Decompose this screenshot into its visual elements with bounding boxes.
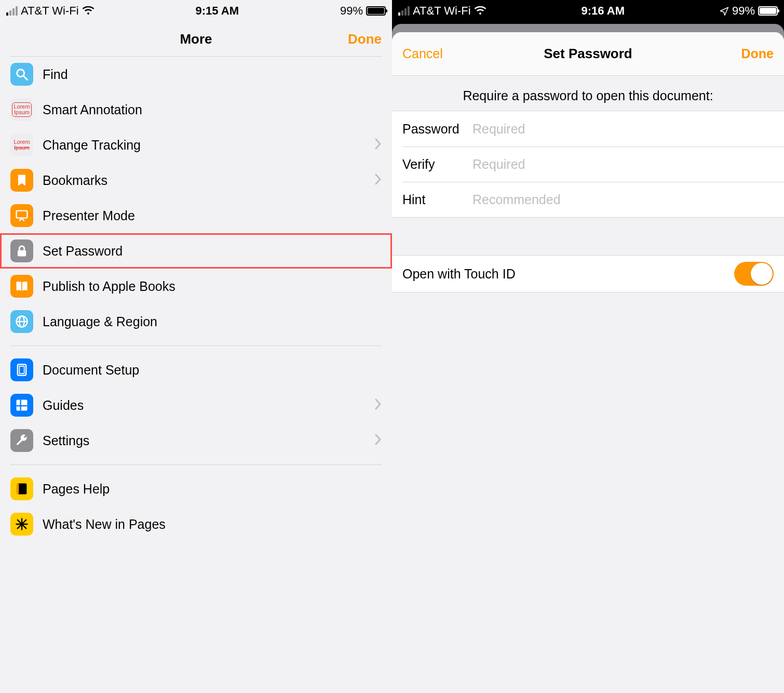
carrier-label: AT&T Wi-Fi — [21, 4, 79, 18]
menu-item-label: Change Tracking — [43, 138, 374, 153]
screen-set-password: AT&T Wi-Fi 9:16 AM 99% Cancel Set Passwo… — [392, 0, 784, 693]
menu-item-find[interactable]: Find — [0, 57, 392, 92]
cell-signal-icon — [398, 6, 410, 16]
menu-item-help[interactable]: Pages Help — [0, 471, 392, 507]
svg-rect-2 — [17, 211, 28, 218]
menu-item-label: Bookmarks — [43, 173, 374, 188]
menu-item-guides[interactable]: Guides — [0, 388, 392, 423]
chevron-right-icon — [374, 434, 382, 447]
change-tracking-icon: LoremIpsum — [10, 134, 33, 156]
field-input-verify[interactable] — [472, 157, 774, 172]
svg-rect-5 — [18, 250, 26, 257]
menu-item-label: What's New in Pages — [43, 517, 382, 532]
settings-icon — [10, 429, 33, 452]
menu-item-label: Set Password — [43, 244, 382, 259]
sheet-nav: Cancel Set Password Done — [392, 32, 784, 76]
cancel-button[interactable]: Cancel — [402, 46, 443, 61]
smart-annot-icon: LoremIpsum — [10, 98, 33, 121]
help-icon — [10, 477, 33, 500]
menu-item-doc-setup[interactable]: Document Setup — [0, 352, 392, 388]
set-password-icon — [10, 239, 33, 262]
field-label-verify: Verify — [402, 157, 472, 172]
screen-more-menu: AT&T Wi-Fi 9:15 AM 99% More Done FindLor… — [0, 0, 392, 693]
section-caption: Require a password to open this document… — [392, 76, 784, 111]
popover-header: More Done — [0, 22, 392, 56]
menu-item-label: Smart Annotation — [43, 102, 382, 117]
done-button[interactable]: Done — [741, 46, 774, 61]
menu-item-smart-annot[interactable]: LoremIpsumSmart Annotation — [0, 92, 392, 127]
menu-item-change-tracking[interactable]: LoremIpsumChange Tracking — [0, 127, 392, 163]
password-fields: PasswordVerifyHint — [392, 111, 784, 218]
svg-rect-11 — [19, 366, 24, 374]
touchid-label: Open with Touch ID — [402, 266, 516, 282]
menu-item-label: Settings — [43, 433, 374, 448]
menu-item-label: Guides — [43, 398, 374, 413]
menu-item-label: Publish to Apple Books — [43, 279, 382, 294]
menu-item-whatsnew[interactable]: What's New in Pages — [0, 507, 392, 542]
divider — [10, 464, 382, 465]
carrier-label: AT&T Wi-Fi — [413, 4, 471, 18]
battery-pct: 99% — [732, 4, 755, 18]
location-icon — [720, 6, 729, 16]
sheet-title: Set Password — [544, 46, 632, 62]
menu-item-lang-region[interactable]: Language & Region — [0, 304, 392, 339]
divider — [10, 345, 382, 346]
chevron-right-icon — [374, 398, 382, 412]
more-menu-list: FindLoremIpsumSmart AnnotationLoremIpsum… — [0, 57, 392, 542]
lang-region-icon — [10, 310, 33, 333]
field-row-verify: Verify — [402, 146, 784, 182]
field-label-hint: Hint — [402, 192, 472, 207]
bookmarks-icon — [10, 169, 33, 192]
menu-item-publish[interactable]: Publish to Apple Books — [0, 269, 392, 304]
menu-item-settings[interactable]: Settings — [0, 423, 392, 458]
field-label-password: Password — [402, 122, 472, 137]
whatsnew-icon — [10, 513, 33, 536]
field-row-password: Password — [392, 111, 784, 146]
presenter-icon — [10, 204, 33, 227]
cell-signal-icon — [6, 6, 18, 16]
chevron-right-icon — [374, 138, 382, 152]
menu-item-label: Presenter Mode — [43, 208, 382, 223]
set-password-sheet: Cancel Set Password Done Require a passw… — [392, 32, 784, 693]
battery-icon — [758, 6, 778, 16]
clock: 9:15 AM — [196, 4, 239, 18]
touchid-row[interactable]: Open with Touch ID — [392, 255, 784, 292]
touchid-switch[interactable] — [734, 262, 774, 286]
battery-pct: 99% — [340, 4, 363, 18]
svg-line-1 — [24, 76, 28, 80]
menu-item-label: Find — [43, 67, 382, 82]
menu-item-set-password[interactable]: Set Password — [0, 233, 392, 269]
menu-item-label: Document Setup — [43, 363, 382, 378]
page-title: More — [180, 31, 212, 47]
status-bar: AT&T Wi-Fi 9:15 AM 99% — [0, 0, 392, 22]
find-icon — [10, 63, 33, 86]
wifi-icon — [474, 6, 486, 16]
spacer — [392, 218, 784, 255]
doc-setup-icon — [10, 358, 33, 381]
svg-rect-16 — [17, 484, 19, 495]
publish-icon — [10, 275, 33, 298]
chevron-right-icon — [374, 174, 382, 187]
menu-item-presenter[interactable]: Presenter Mode — [0, 198, 392, 233]
status-bar: AT&T Wi-Fi 9:16 AM 99% — [392, 0, 784, 22]
field-input-hint[interactable] — [472, 192, 774, 207]
guides-icon — [10, 394, 33, 417]
menu-item-label: Pages Help — [43, 482, 382, 497]
battery-icon — [366, 6, 386, 16]
clock: 9:16 AM — [582, 4, 625, 18]
wifi-icon — [82, 6, 94, 16]
done-button[interactable]: Done — [348, 31, 382, 47]
menu-item-bookmarks[interactable]: Bookmarks — [0, 163, 392, 198]
field-row-hint: Hint — [402, 182, 784, 217]
field-input-password[interactable] — [472, 122, 774, 137]
menu-item-label: Language & Region — [43, 314, 382, 329]
